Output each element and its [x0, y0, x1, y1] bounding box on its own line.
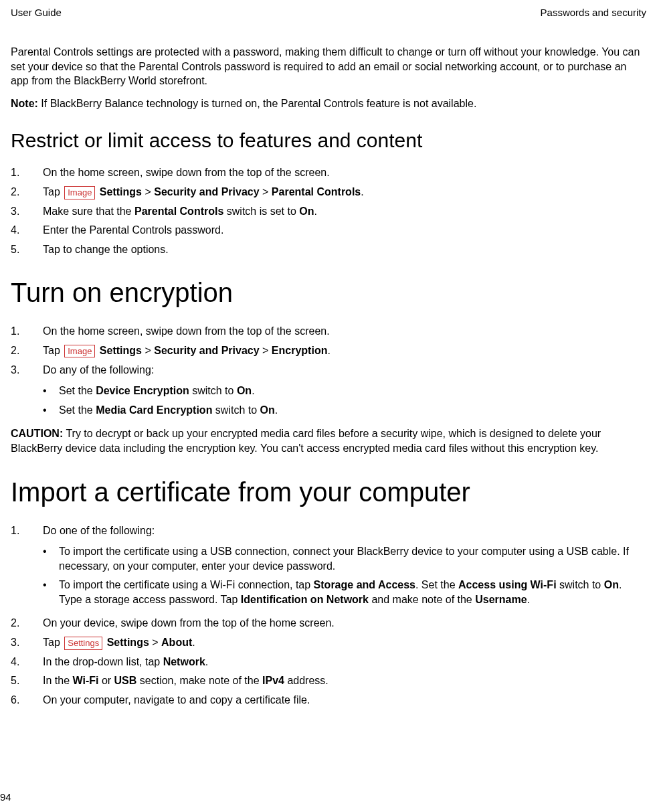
section1-step4: Enter the Parental Controls password. [11, 223, 646, 238]
section3-step3: Tap Settings Settings > About. [11, 635, 646, 650]
page-header: User Guide Passwords and security [11, 7, 646, 18]
note-text: If BlackBerry Balance technology is turn… [38, 98, 476, 109]
section2-step1: On the home screen, swipe down from the … [11, 324, 646, 339]
settings-icon: Image [64, 186, 95, 199]
caution-label: CAUTION: [11, 428, 63, 439]
section3-title: Import a certificate from your computer [11, 477, 646, 507]
caution-text: Try to decrypt or back up your encrypted… [11, 428, 601, 454]
section1-step1: On the home screen, swipe down from the … [11, 165, 646, 180]
header-left: User Guide [11, 7, 62, 18]
section2-bullet1: Set the Device Encryption switch to On. [11, 384, 646, 398]
section2-step2: Tap Image Settings > Security and Privac… [11, 343, 646, 358]
section3-bullet2: To import the certificate using a Wi-Fi … [43, 578, 646, 606]
section1-step5: Tap to change the options. [11, 242, 646, 257]
note-line: Note: If BlackBerry Balance technology i… [11, 96, 646, 111]
section3-step1: Do one of the following: To import the c… [11, 523, 646, 607]
section3-step1-bullets: To import the certificate using a USB co… [43, 544, 646, 606]
page-number: 94 [0, 791, 11, 803]
section1-step3: Make sure that the Parental Controls swi… [11, 204, 646, 219]
section3-steps: Do one of the following: To import the c… [11, 523, 646, 708]
section2-bullets: Set the Device Encryption switch to On. … [11, 384, 646, 417]
section1-step2: Tap Image Settings > Security and Privac… [11, 185, 646, 199]
section1-steps: On the home screen, swipe down from the … [11, 165, 646, 256]
note-label: Note: [11, 98, 38, 109]
section3-bullet1: To import the certificate using a USB co… [43, 544, 646, 573]
section3-step6: On your computer, navigate to and copy a… [11, 693, 646, 708]
section3-step2: On your device, swipe down from the top … [11, 616, 646, 631]
section3-step4: In the drop-down list, tap Network. [11, 655, 646, 669]
section2-step3: Do any of the following: [11, 363, 646, 378]
section2-steps: On the home screen, swipe down from the … [11, 324, 646, 377]
section1-title: Restrict or limit access to features and… [11, 129, 646, 152]
caution-paragraph: CAUTION: Try to decrypt or back up your … [11, 426, 646, 455]
section2-title: Turn on encryption [11, 278, 646, 308]
settings-icon: Image [64, 345, 95, 358]
section3-step5: In the Wi-Fi or USB section, make note o… [11, 673, 646, 688]
settings-icon: Settings [64, 637, 102, 650]
intro-paragraph: Parental Controls settings are protected… [11, 45, 646, 88]
section2-bullet2: Set the Media Card Encryption switch to … [11, 403, 646, 418]
header-right: Passwords and security [541, 7, 646, 18]
